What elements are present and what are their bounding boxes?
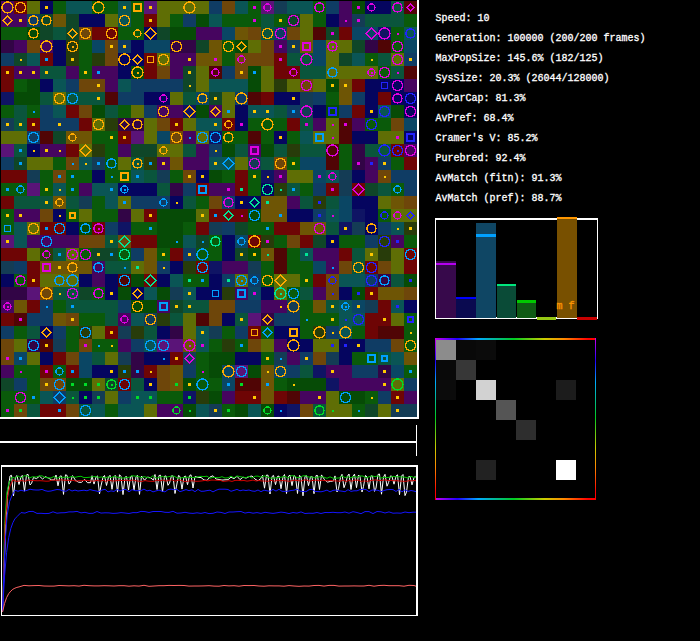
svg-text:m f: m f — [557, 301, 575, 312]
svg-text:Cramer's V: 85.2%: Cramer's V: 85.2% — [436, 133, 538, 144]
svg-text:Purebred: 92.4%: Purebred: 92.4% — [436, 153, 526, 164]
svg-text:AvPref: 68.4%: AvPref: 68.4% — [436, 113, 514, 124]
svg-text:AvMatch (pref): 88.7%: AvMatch (pref): 88.7% — [436, 193, 562, 204]
svg-text:AvCarCap: 81.3%: AvCarCap: 81.3% — [436, 93, 526, 104]
svg-text:Generation: 100000 (200/200 fr: Generation: 100000 (200/200 frames) — [436, 33, 646, 44]
svg-text:Speed: 10: Speed: 10 — [436, 13, 490, 24]
svg-text:MaxPopSize: 145.6% (182/125): MaxPopSize: 145.6% (182/125) — [436, 53, 604, 64]
svg-text:AvMatch (fitn): 91.3%: AvMatch (fitn): 91.3% — [436, 173, 562, 184]
svg-text:SysSize: 20.3% (26044/128000): SysSize: 20.3% (26044/128000) — [436, 73, 610, 84]
